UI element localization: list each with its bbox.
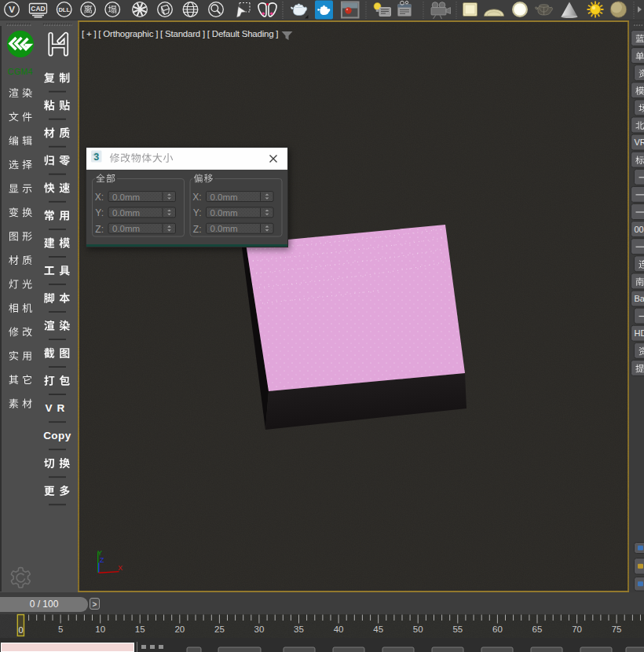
svg-text:CAD: CAD — [31, 5, 45, 13]
svg-text:DLL: DLL — [58, 6, 70, 13]
svg-text:V: V — [9, 5, 15, 14]
